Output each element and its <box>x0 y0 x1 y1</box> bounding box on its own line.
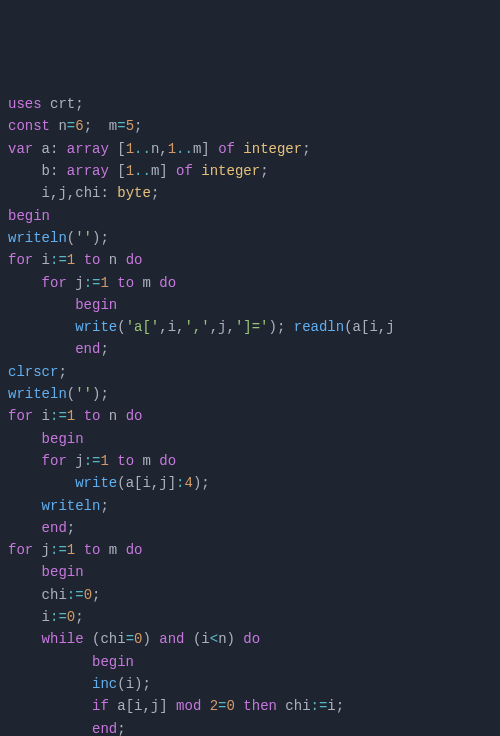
token-id: chi <box>75 185 100 201</box>
token-punct: ) <box>142 631 159 647</box>
token-punct: ( <box>117 319 125 335</box>
token-op: = <box>218 698 226 714</box>
code-editor: uses crt;const n=6; m=5;var a: array [1.… <box>8 93 492 736</box>
token-kw: then <box>243 698 277 714</box>
token-op: .. <box>134 141 151 157</box>
token-punct: , <box>159 319 167 335</box>
token-punct: ); <box>193 475 210 491</box>
token-punct: ( <box>117 475 125 491</box>
token-num: 1 <box>67 542 75 558</box>
code-line: begin <box>8 651 492 673</box>
token-punct: ; <box>100 498 108 514</box>
code-line: i:=0; <box>8 606 492 628</box>
token-punct: ; <box>84 118 101 134</box>
token-num: 1 <box>126 163 134 179</box>
code-line: for j:=1 to m do <box>8 272 492 294</box>
token-id <box>8 631 42 647</box>
code-line: clrscr; <box>8 361 492 383</box>
token-str: '' <box>75 386 92 402</box>
token-kw: end <box>92 721 117 737</box>
token-id <box>109 453 117 469</box>
token-punct: : <box>100 185 117 201</box>
token-punct: ; <box>58 364 66 380</box>
token-punct: ) <box>227 631 244 647</box>
token-id <box>8 453 42 469</box>
token-id: m <box>134 275 159 291</box>
token-punct: , <box>378 319 386 335</box>
token-id <box>8 676 92 692</box>
token-punct: ; <box>75 96 83 112</box>
token-punct: ] <box>159 698 176 714</box>
token-id: m <box>100 118 117 134</box>
token-num: 0 <box>84 587 92 603</box>
token-id <box>8 319 75 335</box>
code-line: inc(i); <box>8 673 492 695</box>
token-kw: if <box>92 698 109 714</box>
token-id <box>8 721 92 737</box>
token-fn: writeln <box>42 498 101 514</box>
code-line: for j:=1 to m do <box>8 450 492 472</box>
token-id: n <box>100 408 125 424</box>
token-id <box>75 252 83 268</box>
token-punct: ; <box>75 609 83 625</box>
code-line: i,j,chi: byte; <box>8 182 492 204</box>
token-kw: do <box>126 252 143 268</box>
token-id <box>75 542 83 558</box>
code-line: write(a[i,j]:4); <box>8 472 492 494</box>
code-line: b: array [1..m] of integer; <box>8 160 492 182</box>
token-op: = <box>126 631 134 647</box>
code-line: for i:=1 to n do <box>8 249 492 271</box>
token-fn: write <box>75 319 117 335</box>
token-id <box>8 654 92 670</box>
token-punct: ); <box>134 676 151 692</box>
token-punct: : <box>50 141 67 157</box>
token-id: a <box>33 141 50 157</box>
token-kw: to <box>117 453 134 469</box>
token-op: < <box>210 631 218 647</box>
token-id: i <box>168 319 176 335</box>
code-line: for i:=1 to n do <box>8 405 492 427</box>
token-type: integer <box>243 141 302 157</box>
token-kw: for <box>8 408 33 424</box>
token-kw: for <box>8 252 33 268</box>
token-kw: begin <box>92 654 134 670</box>
code-line: while (chi=0) and (i<n) do <box>8 628 492 650</box>
token-id: crt <box>42 96 76 112</box>
token-punct: ( <box>344 319 352 335</box>
token-punct: ; <box>336 698 344 714</box>
token-id <box>8 520 42 536</box>
token-id: m <box>134 453 159 469</box>
token-str: '' <box>75 230 92 246</box>
token-num: 1 <box>100 275 108 291</box>
token-id: j <box>58 185 66 201</box>
code-line: begin <box>8 294 492 316</box>
code-line: begin <box>8 205 492 227</box>
token-kw: array <box>67 141 109 157</box>
token-punct: , <box>151 475 159 491</box>
token-punct: , <box>227 319 235 335</box>
token-id: n <box>100 252 125 268</box>
token-op: := <box>84 453 101 469</box>
token-op: := <box>50 408 67 424</box>
code-line: writeln; <box>8 495 492 517</box>
token-punct: , <box>142 698 150 714</box>
token-punct: ( <box>67 386 75 402</box>
token-fn: readln <box>294 319 344 335</box>
token-punct: ; <box>117 721 125 737</box>
token-id: i <box>8 609 50 625</box>
token-fn: inc <box>92 676 117 692</box>
token-punct: : <box>50 163 67 179</box>
token-kw: to <box>84 408 101 424</box>
code-line: begin <box>8 428 492 450</box>
token-id: m <box>100 542 125 558</box>
token-id: i <box>369 319 377 335</box>
code-line: for j:=1 to m do <box>8 539 492 561</box>
token-id: b <box>8 163 50 179</box>
token-op: := <box>50 609 67 625</box>
token-punct: ( <box>67 230 75 246</box>
token-id <box>75 408 83 424</box>
token-kw: do <box>126 408 143 424</box>
token-id <box>8 475 75 491</box>
token-num: 1 <box>126 141 134 157</box>
token-id <box>8 498 42 514</box>
